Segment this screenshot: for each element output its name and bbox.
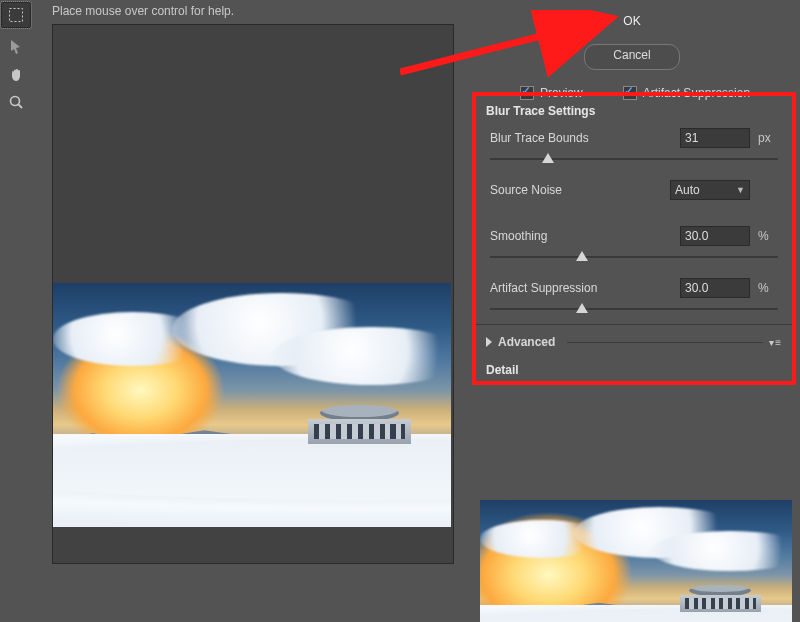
highlight-box: Blur Trace Settings Blur Trace Bounds px… — [472, 92, 796, 385]
pointer-tool-icon[interactable] — [6, 36, 26, 56]
settings-panel: OK Cancel Preview Artifact Suppression B… — [472, 0, 792, 612]
preview-pane[interactable] — [52, 24, 454, 564]
help-text: Place mouse over control for help. — [52, 4, 234, 18]
artifact-suppression-input[interactable] — [680, 278, 750, 298]
zoom-tool-icon[interactable] — [6, 92, 26, 112]
source-noise-label: Source Noise — [490, 183, 662, 197]
svg-line-2 — [19, 105, 23, 109]
preview-image — [53, 283, 451, 527]
ok-button[interactable]: OK — [595, 11, 668, 35]
smoothing-slider[interactable] — [490, 252, 778, 262]
advanced-label: Advanced — [498, 335, 555, 349]
triangle-right-icon — [486, 337, 492, 347]
percent-unit: % — [758, 281, 778, 295]
smoothing-input[interactable] — [680, 226, 750, 246]
detail-title: Detail — [476, 359, 792, 381]
percent-unit: % — [758, 229, 778, 243]
marquee-tool-icon[interactable] — [1, 2, 31, 28]
px-unit: px — [758, 131, 778, 145]
smoothing-label: Smoothing — [490, 229, 672, 243]
blur-trace-bounds-input[interactable] — [680, 128, 750, 148]
blur-trace-bounds-slider[interactable] — [490, 154, 778, 164]
cancel-button[interactable]: Cancel — [584, 44, 679, 70]
artifact-suppression-label: Artifact Suppression — [490, 281, 672, 295]
svg-rect-0 — [10, 9, 23, 22]
advanced-toggle[interactable]: Advanced ▾≡ — [476, 324, 792, 359]
artifact-suppression-slider[interactable] — [490, 304, 778, 314]
blur-trace-bounds-label: Blur Trace Bounds — [490, 131, 672, 145]
panel-menu-icon[interactable]: ▾≡ — [769, 337, 782, 348]
tool-column — [4, 0, 28, 112]
blur-trace-settings-title: Blur Trace Settings — [476, 96, 792, 122]
detail-thumbnail[interactable] — [480, 500, 792, 622]
source-noise-value: Auto — [675, 183, 700, 197]
source-noise-select[interactable]: Auto ▼ — [670, 180, 750, 200]
svg-point-1 — [11, 97, 20, 106]
chevron-down-icon: ▼ — [736, 185, 745, 195]
hand-tool-icon[interactable] — [6, 64, 26, 84]
